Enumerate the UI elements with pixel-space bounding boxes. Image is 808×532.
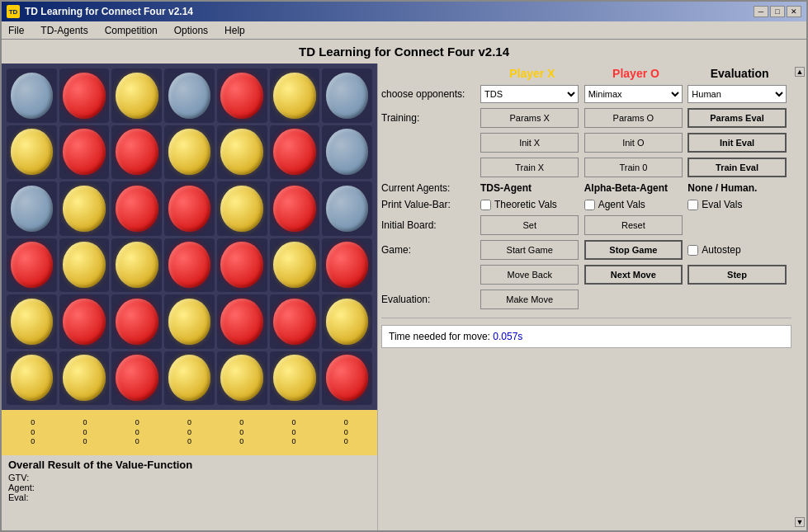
board-cell[interactable] <box>217 238 267 293</box>
board-cell[interactable] <box>217 181 267 236</box>
close-button[interactable]: ✕ <box>787 6 801 17</box>
disc-yellow <box>63 355 106 401</box>
step-button[interactable]: Step <box>688 265 786 285</box>
move-back-button[interactable]: Move Back <box>480 265 579 285</box>
main-content: 000000000000000000000 Overall Result of … <box>2 64 806 530</box>
menu-item-options[interactable]: Options <box>171 23 211 38</box>
scroll-down-arrow[interactable]: ▼ <box>795 517 805 527</box>
board-cell[interactable] <box>59 125 110 180</box>
board-cell[interactable] <box>270 68 320 123</box>
start-game-button[interactable]: Start Game <box>480 240 579 260</box>
menu-item-help[interactable]: Help <box>221 23 248 38</box>
board-cell[interactable] <box>270 294 320 349</box>
board-cell[interactable] <box>111 238 162 293</box>
disc-yellow <box>273 355 316 401</box>
board-cell[interactable] <box>7 294 57 349</box>
board-cell[interactable] <box>59 68 110 123</box>
init-eval-button[interactable]: Init Eval <box>688 133 786 153</box>
board-cell[interactable] <box>7 181 57 236</box>
disc-empty <box>168 73 211 119</box>
info-panel: Overall Result of the Value-Function GTV… <box>2 455 377 506</box>
opponents-label: choose opponents: <box>381 88 480 100</box>
board-cell[interactable] <box>322 68 372 123</box>
board-cell[interactable] <box>270 181 320 236</box>
board-cell[interactable] <box>270 351 320 406</box>
value-cell: 0 <box>292 437 296 447</box>
board-cell[interactable] <box>111 68 162 123</box>
board-cell[interactable] <box>164 238 215 293</box>
player-o-select[interactable]: Minimax TDS Human Random <box>584 85 683 103</box>
agent-vals-checkbox[interactable] <box>584 200 595 210</box>
board-cell[interactable] <box>217 68 267 123</box>
board-cell[interactable] <box>270 125 320 180</box>
board-cell[interactable] <box>164 351 215 406</box>
init-x-button[interactable]: Init X <box>480 133 579 153</box>
board-cell[interactable] <box>7 68 57 123</box>
theoretic-vals-checkbox[interactable] <box>480 200 491 210</box>
minimize-button[interactable]: ─ <box>754 6 768 17</box>
theoretic-vals-label: Theoretic Vals <box>494 199 557 210</box>
disc-red <box>220 299 263 345</box>
board-cell[interactable] <box>322 125 372 180</box>
board-cell[interactable] <box>59 294 110 349</box>
app-title: TD Learning for Connect Four v2.14 <box>2 40 806 64</box>
menu-item-td-agents[interactable]: TD-Agents <box>37 23 91 38</box>
stop-game-button[interactable]: Stop Game <box>584 240 683 260</box>
make-move-button[interactable]: Make Move <box>480 290 579 309</box>
disc-yellow <box>63 186 106 232</box>
value-cell: 0 <box>292 428 296 438</box>
board-cell[interactable] <box>59 238 110 293</box>
board-cell[interactable] <box>217 294 267 349</box>
board-cell[interactable] <box>217 125 267 180</box>
agent-label: Agent: <box>8 483 35 492</box>
disc-red <box>168 242 211 288</box>
board-cell[interactable] <box>322 294 372 349</box>
board-cell[interactable] <box>7 351 57 406</box>
reset-button[interactable]: Reset <box>584 215 683 235</box>
board-cell[interactable] <box>111 125 162 180</box>
value-col-5: 000 <box>267 412 319 454</box>
board-cell[interactable] <box>322 351 372 406</box>
board-cell[interactable] <box>164 68 215 123</box>
player-o-select-container: Minimax TDS Human Random <box>584 85 688 103</box>
params-o-button[interactable]: Params O <box>584 108 683 128</box>
main-window: TD TD Learning for Connect Four v2.14 ─ … <box>0 0 808 532</box>
player-eval-select[interactable]: Human TDS Minimax Random <box>688 85 786 103</box>
params-eval-button[interactable]: Params Eval <box>688 108 786 128</box>
eval-vals-checkbox[interactable] <box>688 200 698 210</box>
board-cell[interactable] <box>217 351 267 406</box>
current-agents-label: Current Agents: <box>381 182 480 194</box>
autostep-checkbox[interactable] <box>688 245 698 256</box>
scroll-up-arrow[interactable]: ▲ <box>795 67 805 77</box>
board-cell[interactable] <box>7 125 57 180</box>
menu-item-file[interactable]: File <box>5 23 27 38</box>
value-cell: 0 <box>239 437 243 447</box>
train-x-button[interactable]: Train X <box>480 158 579 177</box>
board-cell[interactable] <box>59 351 110 406</box>
next-move-button[interactable]: Next Move <box>584 265 683 285</box>
params-x-button[interactable]: Params X <box>480 108 579 128</box>
board-cell[interactable] <box>164 181 215 236</box>
set-button[interactable]: Set <box>480 215 579 235</box>
board-cell[interactable] <box>111 351 162 406</box>
board-cell[interactable] <box>322 181 372 236</box>
disc-yellow <box>168 355 211 401</box>
board-cell[interactable] <box>322 238 372 293</box>
board-cell[interactable] <box>7 238 57 293</box>
board-cell[interactable] <box>164 125 215 180</box>
player-x-select[interactable]: TDS Minimax Human Random <box>480 85 579 103</box>
train-eval-button[interactable]: Train Eval <box>688 158 786 177</box>
board-cell[interactable] <box>270 238 320 293</box>
evaluation-row: Evaluation: Make Move <box>381 290 803 309</box>
eval-agent-name: None / Human. <box>688 182 791 194</box>
board-cell[interactable] <box>164 294 215 349</box>
menu-item-competition[interactable]: Competition <box>102 23 161 38</box>
evaluation-label: Evaluation: <box>381 294 480 305</box>
board-cell[interactable] <box>111 181 162 236</box>
theoretic-vals-container: Theoretic Vals <box>480 199 584 210</box>
train-o-button[interactable]: Train 0 <box>584 158 683 177</box>
maximize-button[interactable]: □ <box>770 6 785 17</box>
init-o-button[interactable]: Init O <box>584 133 683 153</box>
board-cell[interactable] <box>111 294 162 349</box>
board-cell[interactable] <box>59 181 110 236</box>
